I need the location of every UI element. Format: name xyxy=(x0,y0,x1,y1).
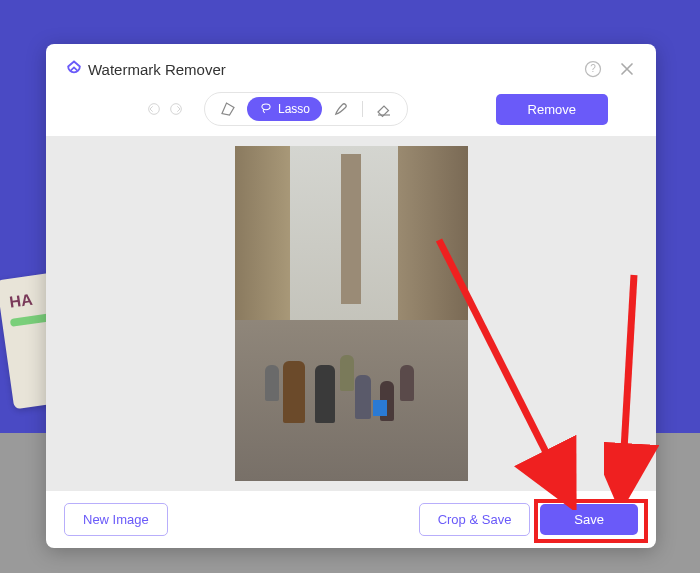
tool-selector: Lasso xyxy=(204,92,408,126)
canvas-area[interactable] xyxy=(46,136,656,491)
undo-button[interactable] xyxy=(144,99,164,119)
lasso-label: Lasso xyxy=(278,102,310,116)
image-preview[interactable] xyxy=(235,146,468,481)
lasso-icon xyxy=(259,101,273,118)
tool-separator xyxy=(362,101,363,117)
help-button[interactable]: ? xyxy=(582,58,604,80)
remove-button[interactable]: Remove xyxy=(496,94,608,125)
close-button[interactable] xyxy=(616,58,638,80)
svg-text:?: ? xyxy=(590,63,596,74)
svg-point-4 xyxy=(262,103,270,109)
header-actions: ? xyxy=(582,58,638,80)
dialog-footer: New Image Crop & Save Save xyxy=(46,491,656,548)
lasso-tool-button[interactable]: Lasso xyxy=(247,97,322,121)
brush-tool-button[interactable] xyxy=(326,97,356,121)
history-buttons xyxy=(144,99,186,119)
new-image-button[interactable]: New Image xyxy=(64,503,168,536)
dialog-header: Watermark Remover ? xyxy=(46,44,656,86)
eraser-tool-button[interactable] xyxy=(369,97,399,121)
redo-button[interactable] xyxy=(166,99,186,119)
toolbar: Lasso Remove xyxy=(46,86,656,136)
crop-and-save-button[interactable]: Crop & Save xyxy=(419,503,531,536)
app-logo-icon xyxy=(64,59,84,79)
watermark-remover-dialog: Watermark Remover ? xyxy=(46,44,656,548)
polygon-tool-button[interactable] xyxy=(213,97,243,121)
save-button[interactable]: Save xyxy=(540,504,638,535)
app-title: Watermark Remover xyxy=(88,61,582,78)
